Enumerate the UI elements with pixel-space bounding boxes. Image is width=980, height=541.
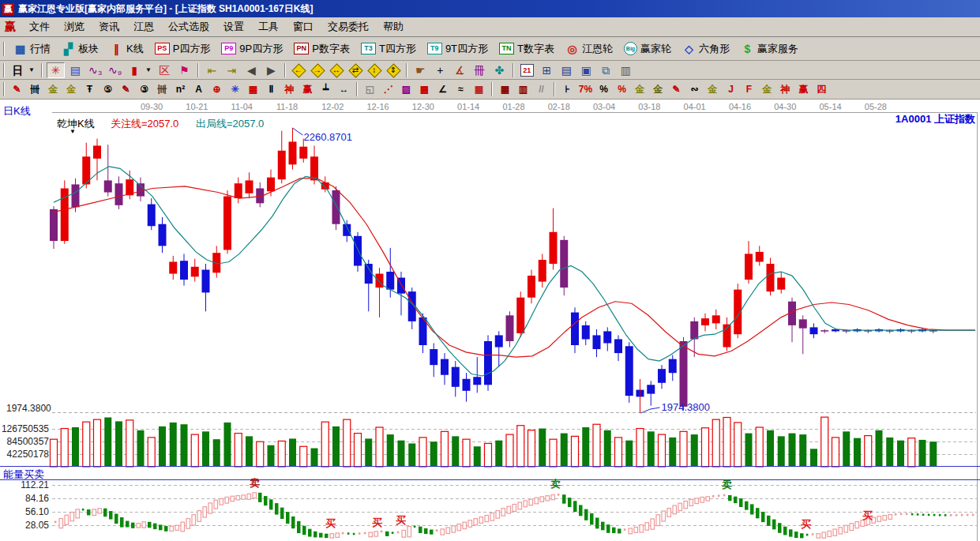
gold2-button[interactable]: 金 (704, 82, 721, 97)
h-expand-icon[interactable]: ↔ (328, 62, 345, 78)
copy-icon[interactable]: ⧉ (597, 62, 615, 78)
gold-gate2-button[interactable]: 金 (63, 82, 80, 97)
chart-area[interactable]: 09-3010-2111-0411-1812-0212-1612-3001-14… (0, 100, 980, 541)
grid2-button[interactable]: ▦ (471, 82, 487, 97)
9t-square-button[interactable]: T99T四方形 (422, 39, 493, 58)
kmark-button[interactable]: Ⅱ (263, 82, 280, 97)
menu-item-1[interactable]: 文件 (22, 18, 57, 36)
candle-style-icon[interactable]: ▮▼ (126, 62, 154, 78)
p-table-button[interactable]: PNP数字表 (289, 39, 355, 58)
p-square-button[interactable]: PSP四方形 (150, 39, 216, 58)
zoom-right-icon[interactable]: → (309, 62, 326, 78)
menu-item-4[interactable]: 江恩 (126, 18, 161, 36)
grid4-button[interactable]: ▥ (515, 82, 531, 97)
pencil-button[interactable]: ✎ (9, 82, 25, 97)
h-compress-icon[interactable]: ⇄ (347, 62, 364, 78)
v-expand-icon[interactable]: ↕ (366, 62, 383, 78)
hand-tool-icon[interactable]: ☛ (411, 62, 430, 78)
save-icon[interactable]: ▣ (577, 62, 595, 78)
angleshen-button[interactable]: 神 (777, 82, 794, 97)
period-selector[interactable]: 日▼ (9, 62, 37, 78)
gann-wheel-button[interactable]: ◎江恩轮 (561, 39, 618, 58)
f-tool-button[interactable]: Ŧ (81, 82, 98, 97)
smart-tool-icon[interactable]: ✤ (490, 62, 509, 78)
pct7-button[interactable]: 7% (577, 82, 594, 97)
anglesi-button[interactable]: 四 (813, 82, 830, 97)
wave3-icon[interactable]: ∿₃ (86, 62, 104, 78)
wavea-button[interactable]: ∾ (686, 82, 703, 97)
report-icon[interactable]: ▤ (558, 62, 576, 78)
hexagon-button[interactable]: ◇六角形 (678, 39, 734, 58)
n2-button[interactable]: n² (172, 82, 189, 97)
grid3-button[interactable]: ▦ (497, 82, 513, 97)
t-square-button[interactable]: T3T四方形 (356, 39, 421, 58)
hatch-button[interactable]: 卌 (27, 82, 43, 97)
boxcross-button[interactable]: ▩ (416, 82, 433, 97)
menu-item-6[interactable]: 设置 (216, 18, 251, 36)
print-icon[interactable]: ▥ (617, 62, 635, 78)
kline-button[interactable]: ∥K线 (105, 39, 148, 58)
calendar-icon[interactable]: 21 (518, 62, 536, 78)
boxcorner-button[interactable]: ◱ (362, 82, 378, 97)
zoom-left-icon[interactable]: ← (290, 62, 307, 78)
pct-button[interactable]: % (595, 82, 612, 97)
anglej-button[interactable]: J (723, 82, 739, 97)
winner-wheel-button[interactable]: Big赢家轮 (619, 39, 676, 58)
crosshair-icon[interactable]: + (431, 62, 449, 78)
menu-item-9[interactable]: 交易委托 (321, 18, 376, 36)
sectors-button[interactable]: ▞板块 (57, 39, 103, 58)
service-button[interactable]: $赢家服务 (736, 39, 803, 58)
angleying-button[interactable]: 赢 (795, 82, 812, 97)
count-button[interactable]: ⊦ (559, 82, 576, 97)
anglef-button[interactable]: F (741, 82, 757, 97)
kline-chart[interactable]: 09-3010-2111-0411-1812-0212-1612-3001-14… (0, 100, 980, 541)
wave9-icon[interactable]: ∿₉ (106, 62, 124, 78)
a-line-button[interactable]: A (190, 82, 207, 97)
flag-icon[interactable]: ⚑ (175, 62, 193, 78)
info-list-icon[interactable]: ▤ (66, 62, 84, 78)
goldline-button[interactable]: 金 (650, 82, 666, 97)
calculator-icon[interactable]: ⊞ (538, 62, 556, 78)
pencilflag-button[interactable]: ✎ (668, 82, 685, 97)
ruler-button[interactable]: ┷ (317, 82, 334, 97)
prev-icon[interactable]: ◀ (242, 62, 261, 78)
five-tool-button[interactable]: ⑤ (100, 82, 116, 97)
wave-button[interactable]: ≈ (452, 82, 469, 97)
slashes-button[interactable]: // (533, 82, 550, 97)
pattern-tool-icon[interactable]: 冊 (471, 62, 489, 78)
circle3-button[interactable]: ③ (136, 82, 152, 97)
quotes-button[interactable]: ▦行情 (9, 39, 55, 58)
gold-gate1-button[interactable]: 金 (45, 82, 62, 97)
gridbox-button[interactable]: ▦ (245, 82, 261, 97)
last-page-icon[interactable]: ⇥ (223, 62, 241, 78)
menu-item-5[interactable]: 公式选股 (161, 18, 216, 36)
next-icon[interactable]: ▶ (262, 62, 280, 78)
9p-square-button[interactable]: P99P四方形 (216, 39, 287, 58)
menu-item-3[interactable]: 资讯 (92, 18, 126, 36)
first-page-icon[interactable]: ⇤ (203, 62, 221, 78)
ying-button[interactable]: 赢 (299, 82, 316, 97)
angle-measure-icon[interactable]: ∡ (451, 62, 469, 78)
kline-type-caret-icon[interactable]: ▼ (69, 128, 76, 135)
region-icon[interactable]: 区 (156, 62, 174, 78)
menu-item-10[interactable]: 帮助 (376, 18, 411, 36)
angle-button[interactable]: ∠ (434, 82, 451, 97)
hash-button[interactable]: 卌 (154, 82, 171, 97)
t-table-button[interactable]: TNT数字表 (494, 39, 559, 58)
pctline-button[interactable]: % (614, 82, 630, 97)
menu-item-2[interactable]: 浏览 (57, 18, 92, 36)
fan-button[interactable]: ⋰ (380, 82, 396, 97)
goldcircle-button[interactable]: 金 (632, 82, 648, 97)
web-button[interactable]: ✳ (227, 82, 243, 97)
energy-indicator-label[interactable]: 能量买卖 (3, 468, 44, 482)
menu-item-8[interactable]: 窗口 (286, 18, 321, 36)
pane-label[interactable]: 日K线 (3, 104, 31, 118)
shen-button[interactable]: 神 (281, 82, 298, 97)
gann-web-icon[interactable]: ✳ (47, 62, 65, 78)
menu-item-7[interactable]: 工具 (251, 18, 286, 36)
anglegold-button[interactable]: 金 (759, 82, 775, 97)
v-compress-icon[interactable]: ⇕ (385, 62, 402, 78)
boxdiag-button[interactable]: ▨ (398, 82, 415, 97)
width-button[interactable]: ↔ (336, 82, 352, 97)
cross-circle-button[interactable]: ⊕ (208, 82, 225, 97)
